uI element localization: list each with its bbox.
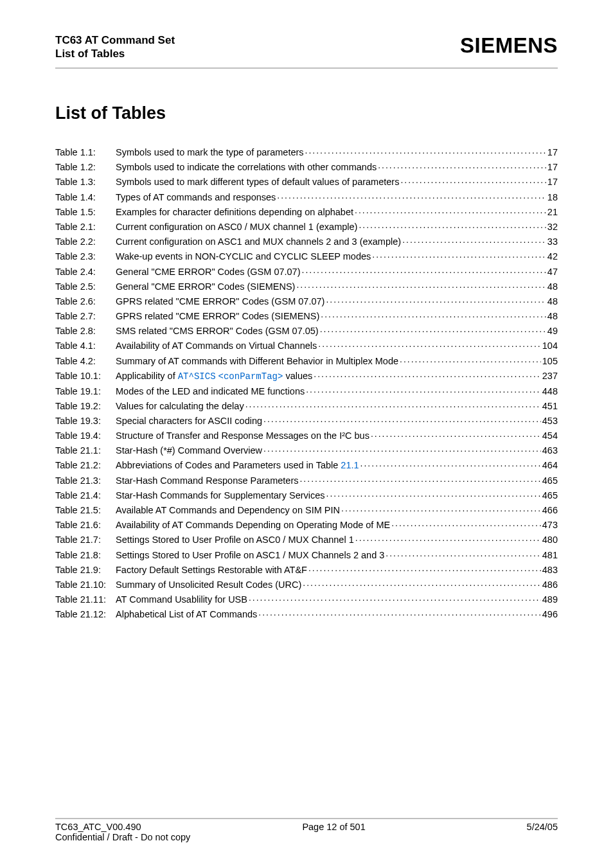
toc-entry-label: Table 2.6: [55, 297, 116, 306]
toc-entry-page: 104 [542, 341, 558, 351]
leader-dots [360, 459, 541, 469]
toc-entry-label: Table 4.1: [55, 341, 116, 351]
toc-entry[interactable]: Table 21.8:Settings Stored to User Profi… [55, 549, 558, 560]
leader-dots [355, 206, 546, 215]
toc-entry-page: 48 [547, 297, 558, 306]
toc-entry-page: 48 [547, 312, 558, 321]
toc-entry[interactable]: Table 2.1:Current configuration on ASC0 … [55, 220, 558, 231]
toc-entry[interactable]: Table 19.1:Modes of the LED and indicate… [55, 385, 558, 396]
toc-entry[interactable]: Table 21.6:Availability of AT Commands D… [55, 519, 558, 530]
toc-entry-page: 237 [542, 371, 558, 381]
toc-entry-page: 42 [547, 252, 558, 261]
toc-entry-desc: Summary of AT commands with Different Be… [116, 357, 398, 366]
toc-entry[interactable]: Table 21.4:Star-Hash Commands for Supple… [55, 489, 558, 500]
toc-entry[interactable]: Table 4.2:Summary of AT commands with Di… [55, 355, 558, 366]
doc-title-line1: TC63 AT Command Set [55, 33, 175, 47]
header-divider [55, 67, 558, 69]
toc-entry[interactable]: Table 2.8:SMS related "CMS ERROR" Codes … [55, 325, 558, 336]
leader-dots [326, 489, 541, 499]
leader-dots [303, 578, 541, 588]
toc-entry-label: Table 1.1: [55, 148, 116, 157]
leader-dots [263, 414, 541, 424]
brand-logo: SIEMENS [460, 33, 558, 58]
toc-entry[interactable]: Table 1.3:Symbols used to mark different… [55, 176, 558, 187]
toc-entry[interactable]: Table 4.1:Availability of AT Commands on… [55, 340, 558, 351]
toc-entry-desc: Symbols used to mark the type of paramet… [116, 148, 304, 157]
leader-dots [400, 176, 546, 186]
toc-entry[interactable]: Table 21.3:Star-Hash Command Response Pa… [55, 474, 558, 485]
leader-dots [372, 251, 546, 260]
toc-entry-desc: Wake-up events in NON-CYCLIC and CYCLIC … [116, 252, 371, 261]
toc-entry[interactable]: Table 1.5:Examples for character definit… [55, 206, 558, 217]
toc-entry-label: Table 10.1: [55, 371, 116, 381]
toc-entry-page: 21 [547, 208, 558, 217]
toc-entry[interactable]: Table 21.12:Alphabetical List of AT Comm… [55, 608, 558, 619]
toc-entry-desc: Available AT Commands and Dependency on … [116, 506, 340, 515]
code-literal: AT^SICS [178, 371, 216, 382]
header-left: TC63 AT Command Set List of Tables [55, 33, 175, 61]
toc-entry-label: Table 2.7: [55, 312, 116, 321]
footer-divider [55, 818, 558, 819]
toc-entry[interactable]: Table 21.7:Settings Stored to User Profi… [55, 534, 558, 545]
leader-dots [359, 220, 546, 230]
toc-entry-label: Table 21.6: [55, 520, 116, 530]
leader-dots [341, 504, 541, 514]
toc-entry-page: 486 [542, 580, 558, 590]
footer-left-line1: TC63_ATC_V00.490 [55, 822, 141, 832]
toc-entry[interactable]: Table 1.1:Symbols used to mark the type … [55, 146, 558, 157]
toc-entry[interactable]: Table 2.5:General "CME ERROR" Codes (SIE… [55, 280, 558, 291]
toc-entry-desc: Settings Stored to User Profile on ASC0 … [116, 535, 354, 545]
toc-entry-desc: Summary of Unsolicited Result Codes (URC… [116, 580, 301, 590]
toc-entry-desc: Star-Hash Command Response Parameters [116, 476, 298, 486]
toc-entry[interactable]: Table 2.6:GPRS related "CME ERROR" Codes… [55, 295, 558, 306]
toc-entry[interactable]: Table 21.2:Abbreviations of Codes and Pa… [55, 459, 558, 470]
toc-entry[interactable]: Table 21.11:AT Command Usablility for US… [55, 594, 558, 605]
toc-entry-label: Table 21.3: [55, 476, 116, 486]
toc-entry[interactable]: Table 19.4:Structure of Transfer and Res… [55, 430, 558, 441]
toc-entry[interactable]: Table 1.2:Symbols used to indicate the c… [55, 161, 558, 172]
toc-entries: Table 1.1:Symbols used to mark the type … [55, 146, 558, 619]
toc-entry[interactable]: Table 21.9:Factory Default Settings Rest… [55, 563, 558, 574]
toc-entry-desc: Current configuration on ASC0 / MUX chan… [116, 222, 357, 232]
toc-entry-desc: SMS related "CMS ERROR" Codes (GSM 07.05… [116, 326, 319, 336]
toc-entry-page: 489 [542, 595, 558, 605]
toc-entry-page: 448 [542, 387, 558, 396]
toc-entry-desc: Special characters for ASCII coding [116, 416, 262, 426]
leader-dots [378, 161, 546, 171]
cross-reference-link[interactable]: 21.1 [341, 460, 359, 470]
toc-entry[interactable]: Table 1.4:Types of AT commands and respo… [55, 191, 558, 202]
leader-dots [263, 445, 541, 454]
toc-entry-label: Table 2.4: [55, 267, 116, 277]
toc-entry-desc: Applicability of AT^SICS <conParmTag> va… [116, 371, 312, 381]
toc-entry[interactable]: Table 2.3:Wake-up events in NON-CYCLIC a… [55, 251, 558, 261]
toc-entry-page: 496 [542, 610, 558, 619]
footer-right: 5/24/05 [527, 822, 558, 832]
toc-entry-page: 17 [547, 177, 558, 187]
toc-entry-page: 451 [542, 402, 558, 411]
toc-entry-desc: Symbols used to mark different types of … [116, 177, 399, 187]
toc-entry-label: Table 19.3: [55, 416, 116, 426]
toc-entry-label: Table 21.11: [55, 595, 116, 605]
toc-entry-label: Table 1.3: [55, 177, 116, 187]
toc-entry[interactable]: Table 10.1:Applicability of AT^SICS <con… [55, 369, 558, 381]
toc-entry-page: 473 [542, 520, 558, 530]
toc-entry[interactable]: Table 21.1:Star-Hash (*#) Command Overvi… [55, 445, 558, 456]
toc-entry-label: Table 1.2: [55, 163, 116, 172]
toc-entry-label: Table 2.5: [55, 282, 116, 292]
footer-left: TC63_ATC_V00.490 [55, 822, 141, 832]
toc-entry[interactable]: Table 21.10:Summary of Unsolicited Resul… [55, 578, 558, 589]
toc-entry-desc: General "CME ERROR" Codes (SIEMENS) [116, 282, 295, 292]
toc-entry-page: 463 [542, 446, 558, 456]
toc-entry[interactable]: Table 2.4:General "CME ERROR" Codes (GSM… [55, 265, 558, 276]
doc-title-line2: List of Tables [55, 47, 175, 60]
toc-entry[interactable]: Table 2.2:Current configuration on ASC1 … [55, 236, 558, 247]
toc-entry[interactable]: Table 19.2:Values for calculating the de… [55, 400, 558, 411]
toc-entry[interactable]: Table 19.3:Special characters for ASCII … [55, 414, 558, 425]
toc-entry-desc: Types of AT commands and responses [116, 193, 276, 202]
leader-dots [402, 236, 546, 245]
toc-entry-desc: Symbols used to indicate the correlation… [116, 163, 377, 172]
leader-dots [318, 340, 541, 350]
toc-entry[interactable]: Table 21.5:Available AT Commands and Dep… [55, 504, 558, 515]
toc-entry[interactable]: Table 2.7:GPRS related "CME ERROR" Codes… [55, 310, 558, 321]
leader-dots [326, 295, 546, 305]
